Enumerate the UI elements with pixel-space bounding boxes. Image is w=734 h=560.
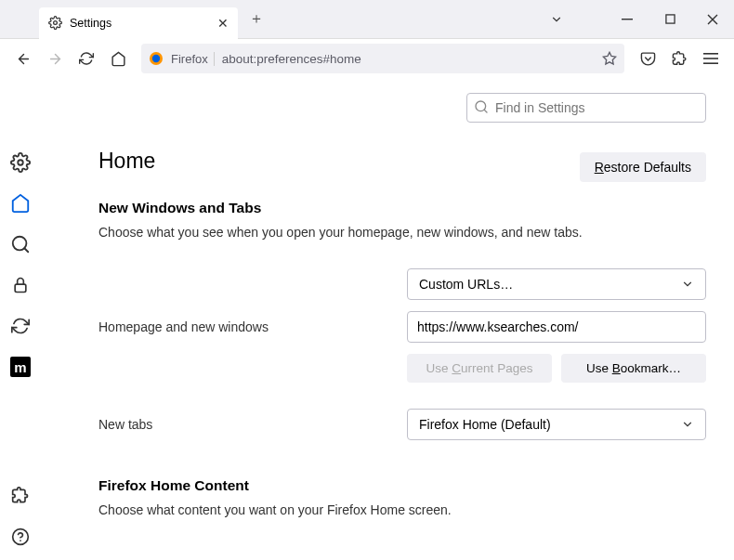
forward-button[interactable] [41,45,69,72]
find-in-settings-input[interactable] [466,93,706,123]
window-maximize-button[interactable] [649,0,691,39]
window-close-button[interactable] [691,0,734,39]
nav-general[interactable] [10,152,31,173]
homepage-url-input[interactable] [407,311,706,343]
svg-point-4 [152,55,160,62]
gear-icon [48,16,62,30]
settings-nav-rail: m [0,78,41,560]
svg-rect-8 [703,62,718,64]
section-home-content-title: Firefox Home Content [98,477,706,494]
nav-sync[interactable] [10,316,31,336]
new-tab-button[interactable]: ＋ [243,7,269,33]
homepage-row-label: Homepage and new windows [98,319,407,334]
settings-main: Home Restore Defaults New Windows and Ta… [41,78,734,560]
window-minimize-button[interactable] [606,0,649,39]
svg-marker-5 [603,52,615,64]
section-home-content-desc: Choose what content you want on your Fir… [98,501,706,520]
svg-line-16 [484,110,487,112]
svg-rect-2 [665,15,674,23]
browser-tab[interactable]: Settings ✕ [39,7,238,39]
app-menu-button[interactable] [697,45,725,72]
nav-extensions[interactable] [10,486,31,506]
nav-privacy[interactable] [10,275,31,295]
tab-close-button[interactable]: ✕ [217,16,229,31]
newtabs-row-label: New tabs [98,417,407,432]
chevron-down-icon [681,418,694,431]
use-bookmark-button[interactable]: Use Bookmark… [561,354,706,383]
nav-home[interactable] [10,193,31,214]
tab-title: Settings [70,17,111,30]
home-button[interactable] [104,45,132,72]
svg-rect-7 [703,58,718,59]
svg-point-9 [18,160,23,165]
nav-help[interactable] [10,527,31,547]
newtabs-mode-select[interactable]: Firefox Home (Default) [407,409,706,440]
bookmark-star-button[interactable] [602,51,617,66]
chevron-down-icon [681,278,694,291]
homepage-mode-select[interactable]: Custom URLs… [407,268,706,300]
back-button[interactable] [9,45,37,72]
homepage-mode-value: Custom URLs… [419,277,513,292]
section-new-windows-desc: Choose what you see when you open your h… [98,224,706,242]
section-new-windows-title: New Windows and Tabs [98,200,706,216]
url-address: about:preferences#home [222,52,595,66]
svg-point-0 [54,21,58,25]
svg-rect-12 [15,284,26,292]
extensions-button[interactable] [665,45,693,72]
search-icon [474,99,489,114]
firefox-logo-icon [149,51,164,66]
pocket-button[interactable] [634,45,662,72]
toolbar: Firefox about:preferences#home [0,39,734,78]
newtabs-mode-value: Firefox Home (Default) [419,417,551,432]
url-bar[interactable]: Firefox about:preferences#home [141,44,624,73]
restore-defaults-button[interactable]: Restore Defaults [580,152,706,182]
svg-rect-1 [622,19,633,20]
nav-search[interactable] [10,234,31,254]
url-context-label: Firefox [171,52,215,66]
svg-line-11 [24,248,28,252]
nav-more-mozilla[interactable]: m [10,357,31,377]
titlebar: Settings ✕ ＋ [0,0,734,39]
list-all-tabs-button[interactable] [535,0,578,39]
use-current-pages-button[interactable]: Use Current Pages [407,354,552,383]
reload-button[interactable] [72,45,100,72]
svg-rect-6 [703,53,718,55]
